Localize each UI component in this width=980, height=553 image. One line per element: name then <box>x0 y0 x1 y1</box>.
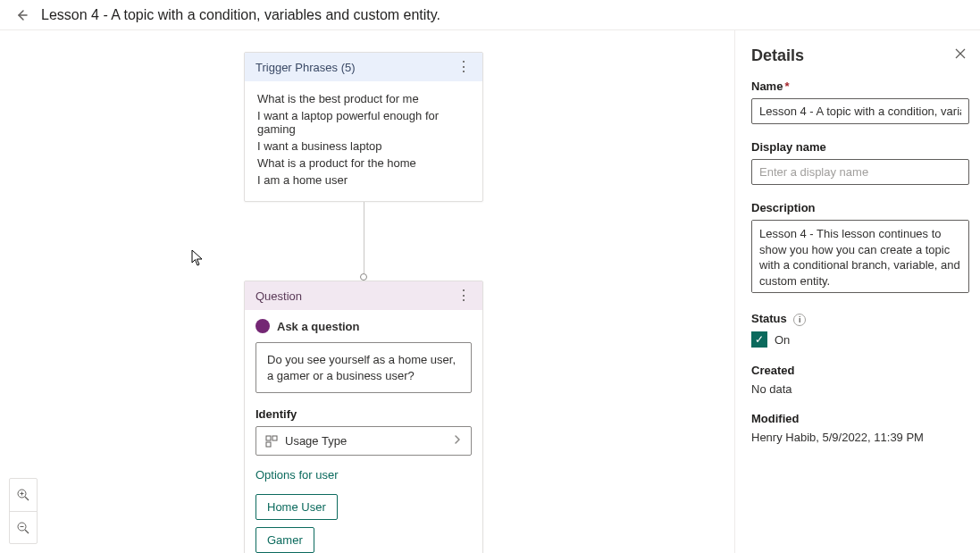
question-text-input[interactable]: Do you see yourself as a home user, a ga… <box>255 342 472 393</box>
trigger-node-header: Trigger Phrases (5) ⋮ <box>245 53 482 81</box>
zoom-out-button[interactable] <box>10 511 37 543</box>
zoom-out-icon <box>16 521 30 535</box>
identify-value: Usage Type <box>285 434 347 448</box>
close-button[interactable] <box>951 45 969 63</box>
trigger-more-button[interactable]: ⋮ <box>456 60 472 74</box>
chevron-right-icon <box>453 434 462 448</box>
trigger-phrase: What is a product for the home <box>257 155 470 172</box>
authoring-canvas[interactable]: Trigger Phrases (5) ⋮ What is the best p… <box>0 30 734 553</box>
status-checkbox[interactable]: ✓ <box>751 331 767 348</box>
back-button[interactable] <box>7 1 36 29</box>
created-value: No data <box>751 382 969 396</box>
entity-icon <box>265 435 278 448</box>
question-node-header: Question ⋮ <box>245 281 482 310</box>
connector <box>244 202 483 281</box>
created-label: Created <box>751 364 969 377</box>
details-panel: Details Name* Display name Description S… <box>734 30 980 553</box>
display-name-input[interactable] <box>751 159 969 185</box>
svg-line-5 <box>25 497 29 500</box>
trigger-body: What is the best product for me I want a… <box>245 81 482 201</box>
description-label: Description <box>751 201 969 214</box>
page-title: Lesson 4 - A topic with a condition, var… <box>41 7 440 23</box>
details-title: Details <box>751 46 969 65</box>
ask-question-label: Ask a question <box>277 320 359 333</box>
trigger-label: Trigger Phrases <box>255 61 338 74</box>
cursor-icon <box>191 249 204 267</box>
display-name-label: Display name <box>751 140 969 154</box>
question-node[interactable]: Question ⋮ Ask a question Do you see you… <box>244 281 483 553</box>
trigger-phrase: I want a business laptop <box>257 138 470 155</box>
arrow-left-icon <box>14 8 29 22</box>
options-for-user-link[interactable]: Options for user <box>255 468 472 482</box>
close-icon <box>954 47 967 60</box>
zoom-controls <box>9 478 38 544</box>
identify-label: Identify <box>255 407 472 421</box>
status-value: On <box>775 333 790 347</box>
trigger-phrase: I want a laptop powerful enough for gami… <box>257 107 470 138</box>
status-label: Status i <box>751 312 969 326</box>
zoom-in-icon <box>16 488 30 502</box>
header-bar: Lesson 4 - A topic with a condition, var… <box>0 0 980 30</box>
svg-rect-1 <box>266 436 271 440</box>
svg-rect-3 <box>266 442 271 447</box>
identify-dropdown[interactable]: Usage Type <box>255 426 472 456</box>
info-icon[interactable]: i <box>793 314 806 326</box>
add-node-handle[interactable] <box>360 273 367 281</box>
option-chip[interactable]: Gamer <box>255 527 314 553</box>
name-input[interactable] <box>751 98 969 124</box>
name-label: Name* <box>751 80 969 93</box>
question-more-button[interactable]: ⋮ <box>456 289 472 303</box>
svg-line-9 <box>25 530 29 533</box>
svg-rect-2 <box>272 436 277 440</box>
ask-question-row: Ask a question <box>255 319 472 333</box>
trigger-phrase: What is the best product for me <box>257 90 470 107</box>
question-header-label: Question <box>255 289 302 303</box>
question-icon <box>255 319 270 333</box>
trigger-phrase: I am a home user <box>257 172 470 189</box>
trigger-node[interactable]: Trigger Phrases (5) ⋮ What is the best p… <box>244 52 483 202</box>
trigger-count: (5) <box>341 61 356 74</box>
option-chip[interactable]: Home User <box>255 494 338 520</box>
modified-label: Modified <box>751 412 969 425</box>
modified-value: Henry Habib, 5/9/2022, 11:39 PM <box>751 431 969 444</box>
zoom-in-button[interactable] <box>10 479 37 511</box>
description-input[interactable] <box>751 220 969 293</box>
